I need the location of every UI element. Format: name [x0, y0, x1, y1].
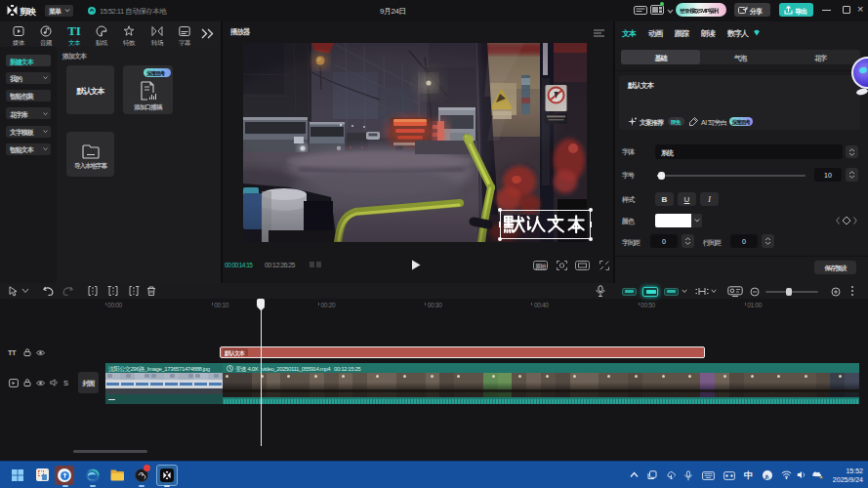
svg-text:原始: 原始	[534, 263, 547, 270]
